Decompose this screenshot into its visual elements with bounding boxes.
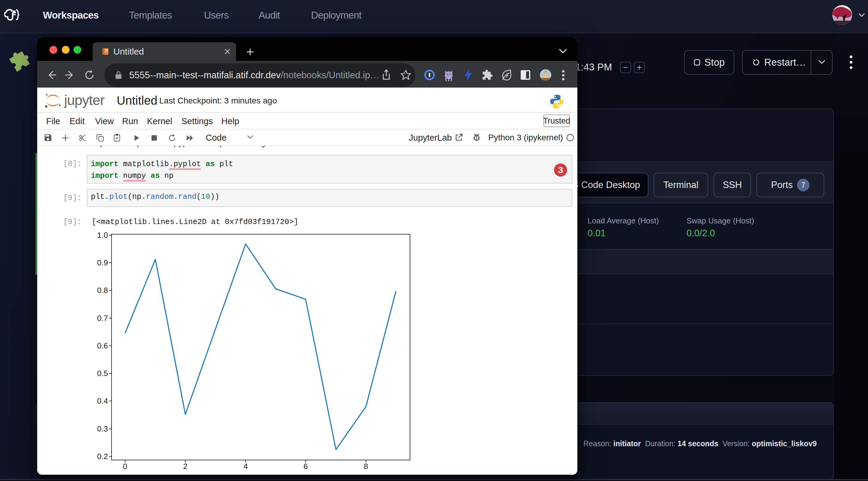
svg-text:0.3: 0.3 [97, 424, 108, 433]
svg-text:6: 6 [304, 462, 308, 471]
svg-text:4: 4 [244, 462, 248, 471]
svg-text:0.4: 0.4 [97, 396, 108, 406]
svg-text:2: 2 [183, 462, 187, 471]
svg-text:0.6: 0.6 [97, 341, 108, 350]
svg-text:1.0: 1.0 [97, 231, 108, 239]
svg-text:0.2: 0.2 [97, 452, 108, 461]
svg-text:0: 0 [123, 462, 127, 471]
svg-text:0.5: 0.5 [97, 369, 108, 378]
svg-text:0.7: 0.7 [97, 314, 108, 323]
svg-text:8: 8 [364, 462, 368, 471]
svg-text:0.8: 0.8 [97, 286, 108, 295]
svg-text:0.9: 0.9 [97, 258, 108, 267]
